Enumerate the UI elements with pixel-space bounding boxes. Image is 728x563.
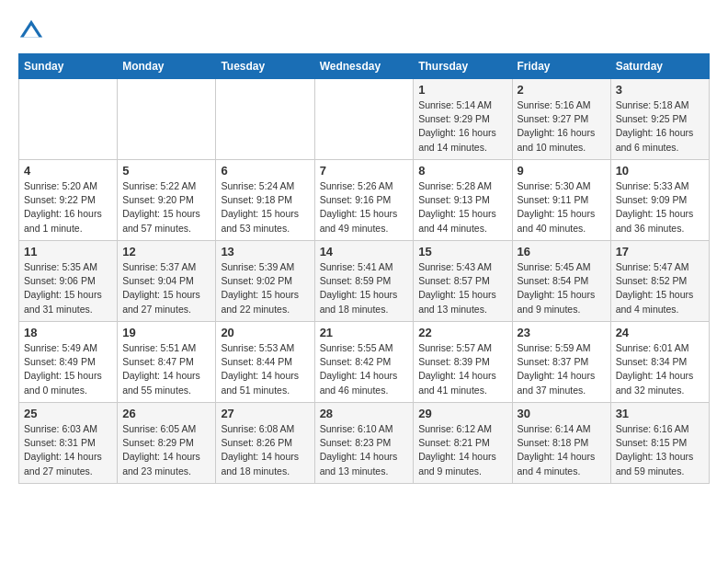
calendar-cell bbox=[314, 79, 414, 160]
weekday-header-friday: Friday bbox=[512, 54, 610, 79]
weekday-header-tuesday: Tuesday bbox=[216, 54, 314, 79]
day-info: Sunrise: 5:41 AM Sunset: 8:59 PM Dayligh… bbox=[320, 260, 409, 316]
calendar-cell: 27Sunrise: 6:08 AM Sunset: 8:26 PM Dayli… bbox=[216, 403, 314, 484]
calendar-cell bbox=[19, 79, 118, 160]
calendar-cell: 7Sunrise: 5:26 AM Sunset: 9:16 PM Daylig… bbox=[314, 160, 414, 241]
day-info: Sunrise: 5:16 AM Sunset: 9:27 PM Dayligh… bbox=[518, 98, 606, 155]
calendar-cell: 1Sunrise: 5:14 AM Sunset: 9:29 PM Daylig… bbox=[414, 79, 512, 160]
day-info: Sunrise: 5:53 AM Sunset: 8:44 PM Dayligh… bbox=[221, 341, 309, 397]
weekday-header-row: SundayMondayTuesdayWednesdayThursdayFrid… bbox=[19, 54, 710, 79]
day-info: Sunrise: 5:24 AM Sunset: 9:18 PM Dayligh… bbox=[221, 179, 309, 236]
calendar-cell: 31Sunrise: 6:16 AM Sunset: 8:15 PM Dayli… bbox=[610, 403, 709, 484]
calendar-cell: 13Sunrise: 5:39 AM Sunset: 9:02 PM Dayli… bbox=[216, 241, 314, 322]
calendar-week-row: 4Sunrise: 5:20 AM Sunset: 9:22 PM Daylig… bbox=[19, 160, 710, 241]
day-info: Sunrise: 5:35 AM Sunset: 9:06 PM Dayligh… bbox=[24, 260, 112, 316]
calendar-cell: 6Sunrise: 5:24 AM Sunset: 9:18 PM Daylig… bbox=[216, 160, 314, 241]
calendar-week-row: 1Sunrise: 5:14 AM Sunset: 9:29 PM Daylig… bbox=[19, 79, 710, 160]
calendar-cell bbox=[216, 79, 314, 160]
day-info: Sunrise: 5:49 AM Sunset: 8:49 PM Dayligh… bbox=[24, 341, 112, 397]
calendar-cell: 25Sunrise: 6:03 AM Sunset: 8:31 PM Dayli… bbox=[19, 403, 118, 484]
logo bbox=[18, 18, 48, 44]
calendar-cell: 26Sunrise: 6:05 AM Sunset: 8:29 PM Dayli… bbox=[118, 403, 216, 484]
calendar-cell: 10Sunrise: 5:33 AM Sunset: 9:09 PM Dayli… bbox=[610, 160, 709, 241]
day-number: 18 bbox=[24, 326, 112, 339]
calendar-cell: 18Sunrise: 5:49 AM Sunset: 8:49 PM Dayli… bbox=[19, 322, 118, 403]
weekday-header-saturday: Saturday bbox=[610, 54, 709, 79]
day-number: 15 bbox=[418, 245, 506, 259]
weekday-header-wednesday: Wednesday bbox=[314, 54, 414, 79]
day-number: 29 bbox=[418, 407, 506, 420]
calendar-cell: 15Sunrise: 5:43 AM Sunset: 8:57 PM Dayli… bbox=[414, 241, 512, 322]
day-number: 5 bbox=[122, 164, 210, 178]
day-number: 31 bbox=[616, 407, 704, 420]
day-number: 25 bbox=[24, 407, 112, 420]
calendar-cell: 16Sunrise: 5:45 AM Sunset: 8:54 PM Dayli… bbox=[512, 241, 610, 322]
day-number: 12 bbox=[122, 245, 210, 259]
day-number: 27 bbox=[221, 407, 309, 420]
calendar-week-row: 18Sunrise: 5:49 AM Sunset: 8:49 PM Dayli… bbox=[19, 322, 710, 403]
day-info: Sunrise: 6:16 AM Sunset: 8:15 PM Dayligh… bbox=[616, 422, 704, 478]
day-info: Sunrise: 5:47 AM Sunset: 8:52 PM Dayligh… bbox=[616, 260, 704, 316]
day-number: 30 bbox=[518, 407, 606, 420]
day-info: Sunrise: 6:14 AM Sunset: 8:18 PM Dayligh… bbox=[518, 422, 606, 478]
day-number: 20 bbox=[221, 326, 309, 339]
day-info: Sunrise: 5:39 AM Sunset: 9:02 PM Dayligh… bbox=[221, 260, 309, 316]
day-number: 17 bbox=[616, 245, 704, 259]
day-number: 16 bbox=[518, 245, 606, 259]
day-info: Sunrise: 5:18 AM Sunset: 9:25 PM Dayligh… bbox=[616, 98, 704, 155]
calendar-cell: 17Sunrise: 5:47 AM Sunset: 8:52 PM Dayli… bbox=[610, 241, 709, 322]
day-info: Sunrise: 6:05 AM Sunset: 8:29 PM Dayligh… bbox=[122, 422, 210, 478]
day-number: 3 bbox=[616, 83, 704, 97]
day-info: Sunrise: 6:03 AM Sunset: 8:31 PM Dayligh… bbox=[24, 422, 112, 478]
day-number: 8 bbox=[418, 164, 506, 178]
day-info: Sunrise: 5:33 AM Sunset: 9:09 PM Dayligh… bbox=[616, 179, 704, 236]
day-number: 22 bbox=[418, 326, 506, 339]
calendar-cell: 9Sunrise: 5:30 AM Sunset: 9:11 PM Daylig… bbox=[512, 160, 610, 241]
day-number: 23 bbox=[518, 326, 606, 339]
day-info: Sunrise: 5:26 AM Sunset: 9:16 PM Dayligh… bbox=[320, 179, 409, 236]
day-info: Sunrise: 5:55 AM Sunset: 8:42 PM Dayligh… bbox=[320, 341, 409, 397]
weekday-header-thursday: Thursday bbox=[414, 54, 512, 79]
calendar-week-row: 11Sunrise: 5:35 AM Sunset: 9:06 PM Dayli… bbox=[19, 241, 710, 322]
day-number: 21 bbox=[320, 326, 409, 339]
day-number: 11 bbox=[24, 245, 112, 259]
day-number: 2 bbox=[518, 83, 606, 97]
day-number: 7 bbox=[320, 164, 409, 178]
calendar-cell: 23Sunrise: 5:59 AM Sunset: 8:37 PM Dayli… bbox=[512, 322, 610, 403]
calendar-cell: 22Sunrise: 5:57 AM Sunset: 8:39 PM Dayli… bbox=[414, 322, 512, 403]
calendar-cell: 4Sunrise: 5:20 AM Sunset: 9:22 PM Daylig… bbox=[19, 160, 118, 241]
calendar-cell: 19Sunrise: 5:51 AM Sunset: 8:47 PM Dayli… bbox=[118, 322, 216, 403]
calendar-table: SundayMondayTuesdayWednesdayThursdayFrid… bbox=[18, 53, 710, 484]
day-info: Sunrise: 5:22 AM Sunset: 9:20 PM Dayligh… bbox=[122, 179, 210, 236]
calendar-cell: 12Sunrise: 5:37 AM Sunset: 9:04 PM Dayli… bbox=[118, 241, 216, 322]
day-info: Sunrise: 5:37 AM Sunset: 9:04 PM Dayligh… bbox=[122, 260, 210, 316]
day-number: 9 bbox=[518, 164, 606, 178]
day-number: 4 bbox=[24, 164, 112, 178]
calendar-cell bbox=[118, 79, 216, 160]
day-info: Sunrise: 6:01 AM Sunset: 8:34 PM Dayligh… bbox=[616, 341, 704, 397]
day-info: Sunrise: 5:14 AM Sunset: 9:29 PM Dayligh… bbox=[418, 98, 506, 155]
calendar-cell: 3Sunrise: 5:18 AM Sunset: 9:25 PM Daylig… bbox=[610, 79, 709, 160]
calendar-cell: 21Sunrise: 5:55 AM Sunset: 8:42 PM Dayli… bbox=[314, 322, 414, 403]
calendar-cell: 2Sunrise: 5:16 AM Sunset: 9:27 PM Daylig… bbox=[512, 79, 610, 160]
calendar-cell: 28Sunrise: 6:10 AM Sunset: 8:23 PM Dayli… bbox=[314, 403, 414, 484]
calendar-cell: 5Sunrise: 5:22 AM Sunset: 9:20 PM Daylig… bbox=[118, 160, 216, 241]
day-number: 13 bbox=[221, 245, 309, 259]
day-info: Sunrise: 5:51 AM Sunset: 8:47 PM Dayligh… bbox=[122, 341, 210, 397]
calendar-cell: 11Sunrise: 5:35 AM Sunset: 9:06 PM Dayli… bbox=[19, 241, 118, 322]
day-number: 14 bbox=[320, 245, 409, 259]
day-info: Sunrise: 6:10 AM Sunset: 8:23 PM Dayligh… bbox=[320, 422, 409, 478]
day-info: Sunrise: 5:43 AM Sunset: 8:57 PM Dayligh… bbox=[418, 260, 506, 316]
day-number: 24 bbox=[616, 326, 704, 339]
weekday-header-monday: Monday bbox=[118, 54, 216, 79]
day-number: 26 bbox=[122, 407, 210, 420]
calendar-cell: 14Sunrise: 5:41 AM Sunset: 8:59 PM Dayli… bbox=[314, 241, 414, 322]
day-info: Sunrise: 5:45 AM Sunset: 8:54 PM Dayligh… bbox=[518, 260, 606, 316]
page-header bbox=[18, 18, 710, 44]
day-info: Sunrise: 5:57 AM Sunset: 8:39 PM Dayligh… bbox=[418, 341, 506, 397]
day-info: Sunrise: 5:20 AM Sunset: 9:22 PM Dayligh… bbox=[24, 179, 112, 236]
calendar-cell: 30Sunrise: 6:14 AM Sunset: 8:18 PM Dayli… bbox=[512, 403, 610, 484]
day-info: Sunrise: 6:12 AM Sunset: 8:21 PM Dayligh… bbox=[418, 422, 506, 478]
day-info: Sunrise: 6:08 AM Sunset: 8:26 PM Dayligh… bbox=[221, 422, 309, 478]
day-info: Sunrise: 5:59 AM Sunset: 8:37 PM Dayligh… bbox=[518, 341, 606, 397]
